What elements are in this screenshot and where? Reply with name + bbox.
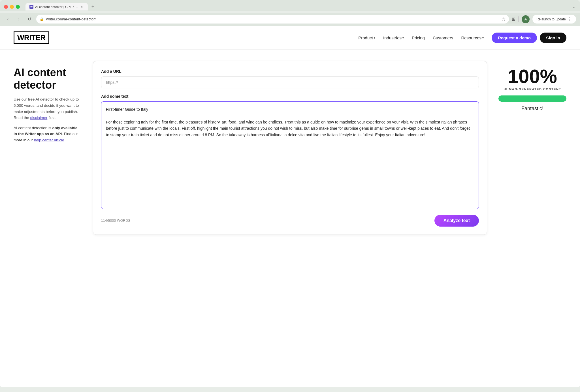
- address-bar[interactable]: 🔒 writer.com/ai-content-detector/ ☆: [36, 15, 509, 24]
- url-label: Add a URL: [101, 69, 479, 74]
- main-nav: WRITER Product ▾ Industries ▾ Pricing Cu…: [0, 26, 580, 50]
- tab-close-icon[interactable]: ×: [80, 5, 84, 9]
- sign-in-button[interactable]: Sign in: [540, 33, 566, 43]
- description-text: Use our free AI detector to check up to …: [14, 96, 82, 121]
- nav-links: Product ▾ Industries ▾ Pricing Customers…: [358, 35, 484, 40]
- nav-pricing[interactable]: Pricing: [412, 35, 425, 40]
- disclaimer-link[interactable]: disclaimer: [30, 116, 48, 120]
- nav-industries[interactable]: Industries ▾: [383, 35, 404, 40]
- new-tab-button[interactable]: +: [89, 3, 97, 11]
- request-demo-button[interactable]: Request a demo: [492, 33, 537, 43]
- bottom-row: 114/5000 WORDS Analyze text: [101, 215, 479, 227]
- progress-bar-fill: [498, 95, 566, 102]
- bookmark-icon[interactable]: ☆: [502, 16, 506, 22]
- profile-avatar[interactable]: A: [522, 15, 530, 23]
- result-panel: 100% HUMAN-GENERATED CONTENT Fantastic!: [498, 61, 566, 112]
- text-input[interactable]: First-timer Guide to Italy For those exp…: [101, 101, 479, 209]
- resources-caret-icon: ▾: [482, 36, 484, 39]
- nav-product[interactable]: Product ▾: [358, 35, 375, 40]
- refresh-button[interactable]: ↺: [25, 15, 33, 23]
- result-verdict: Fantastic!: [498, 106, 566, 112]
- divider: [518, 16, 519, 22]
- help-center-link[interactable]: help center article: [34, 138, 64, 142]
- page-title: AI content detector: [14, 67, 82, 91]
- tab-title: AI content detector | GPT-4, ...: [35, 5, 78, 8]
- api-description: AI content detection is only available i…: [14, 125, 82, 143]
- site-logo[interactable]: WRITER: [14, 31, 49, 44]
- tab-favicon: W: [29, 5, 33, 9]
- result-type-label: HUMAN-GENERATED CONTENT: [498, 88, 566, 91]
- industries-caret-icon: ▾: [402, 36, 404, 39]
- nav-resources[interactable]: Resources ▾: [461, 35, 484, 40]
- forward-button[interactable]: ›: [15, 15, 23, 23]
- extensions-icon[interactable]: ⊞: [512, 16, 515, 22]
- result-percentage: 100%: [498, 67, 566, 86]
- secure-icon: 🔒: [40, 17, 44, 21]
- address-text: writer.com/ai-content-detector/: [46, 17, 499, 21]
- product-caret-icon: ▾: [374, 36, 375, 39]
- url-input[interactable]: [101, 76, 479, 88]
- tab-bar: W AI content detector | GPT-4, ... × +: [25, 3, 97, 11]
- nav-customers[interactable]: Customers: [433, 35, 453, 40]
- relaunch-button[interactable]: Relaunch to update ⋮: [532, 15, 576, 24]
- relaunch-label: Relaunch to update: [536, 17, 566, 21]
- fullscreen-button[interactable]: [16, 5, 20, 9]
- text-label: Add some text: [101, 94, 479, 99]
- traffic-lights: [4, 5, 20, 9]
- progress-bar-container: [498, 95, 566, 102]
- minimize-button[interactable]: [10, 5, 14, 9]
- back-button[interactable]: ‹: [4, 15, 12, 23]
- more-options-icon[interactable]: ⋮: [568, 16, 572, 22]
- tab-dropdown-icon[interactable]: ⌄: [573, 5, 576, 9]
- analyze-button[interactable]: Analyze text: [434, 215, 479, 227]
- word-count: 114/5000 WORDS: [101, 219, 131, 223]
- left-sidebar: AI content detector Use our free AI dete…: [14, 61, 82, 145]
- close-button[interactable]: [4, 5, 8, 9]
- detector-card: Add a URL Add some text First-timer Guid…: [93, 61, 487, 235]
- active-tab[interactable]: W AI content detector | GPT-4, ... ×: [25, 3, 88, 10]
